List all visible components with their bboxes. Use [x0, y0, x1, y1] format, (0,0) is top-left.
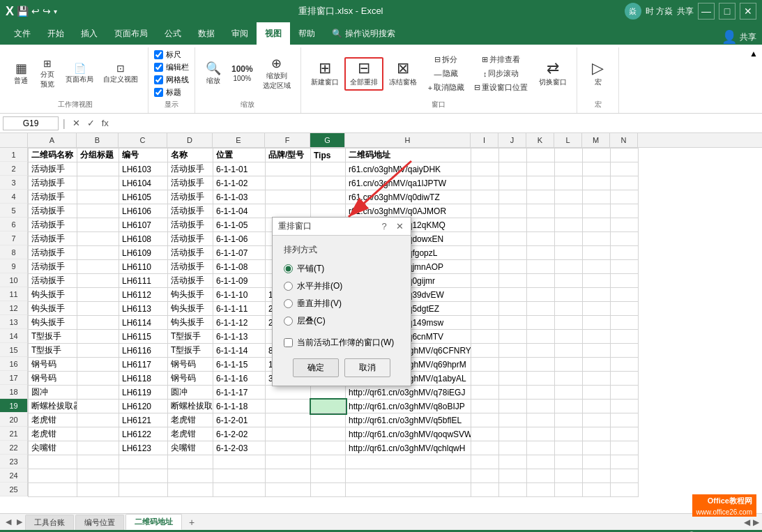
undo-icon[interactable]: ↩	[31, 6, 40, 17]
table-cell[interactable]: 活动扳手	[168, 232, 213, 246]
table-cell[interactable]: 6-1-1-09	[213, 274, 266, 288]
radio-vertical[interactable]: 垂直并排(V)	[284, 298, 399, 310]
table-cell[interactable]: r61.cn/o3ghMV/qa1lJPTW	[346, 176, 471, 190]
table-cell[interactable]	[471, 469, 499, 483]
table-cell[interactable]: LH6104	[119, 176, 168, 190]
table-cell[interactable]	[555, 372, 583, 386]
table-cell[interactable]	[311, 455, 346, 469]
table-cell[interactable]: LH6120	[119, 400, 168, 413]
table-cell[interactable]: 圆冲	[29, 386, 77, 400]
table-cell[interactable]	[499, 372, 527, 386]
cancel-formula-btn[interactable]: ✕	[70, 117, 83, 129]
table-cell[interactable]	[471, 302, 499, 316]
row-num-9[interactable]: 9	[0, 259, 28, 273]
side-by-side-button[interactable]: ⊞ 并排查看	[471, 54, 531, 66]
table-cell[interactable]	[583, 288, 611, 302]
table-cell[interactable]	[77, 162, 119, 176]
table-cell[interactable]	[611, 483, 639, 497]
table-cell[interactable]	[555, 413, 583, 427]
table-cell[interactable]	[583, 455, 611, 469]
col-header-k[interactable]: K	[526, 133, 554, 147]
table-cell[interactable]: LH6108	[119, 232, 168, 246]
table-cell[interactable]	[77, 176, 119, 190]
table-cell[interactable]	[583, 246, 611, 260]
col-header-n[interactable]: N	[610, 133, 638, 147]
table-cell[interactable]	[471, 427, 499, 441]
radio-cascade-input[interactable]	[284, 317, 293, 326]
table-cell[interactable]	[499, 469, 527, 483]
table-cell[interactable]	[555, 469, 583, 483]
table-cell[interactable]	[611, 302, 639, 316]
table-cell[interactable]: T型扳手	[29, 344, 77, 358]
table-cell[interactable]	[611, 246, 639, 260]
table-cell[interactable]	[583, 427, 611, 441]
tab-start[interactable]: 开始	[39, 22, 73, 45]
close-button[interactable]: ✕	[740, 3, 756, 20]
table-cell[interactable]	[266, 469, 311, 483]
table-cell[interactable]: 活动扳手	[29, 232, 77, 246]
table-cell[interactable]	[77, 386, 119, 400]
row-num-8[interactable]: 8	[0, 245, 28, 259]
table-cell[interactable]: 钢号码	[168, 358, 213, 372]
table-cell[interactable]: LH6106	[119, 204, 168, 218]
table-cell[interactable]	[583, 176, 611, 190]
row-num-11[interactable]: 11	[0, 287, 28, 301]
table-cell[interactable]	[311, 469, 346, 483]
table-cell[interactable]	[555, 260, 583, 274]
table-cell[interactable]	[527, 386, 555, 400]
table-cell[interactable]	[583, 483, 611, 497]
table-cell[interactable]	[583, 386, 611, 400]
freeze-panes-button[interactable]: ⊠ 冻结窗格	[385, 59, 421, 89]
table-cell[interactable]	[583, 190, 611, 204]
table-cell[interactable]	[527, 330, 555, 344]
table-cell[interactable]: 活动扳手	[29, 190, 77, 204]
table-cell[interactable]	[266, 386, 311, 400]
table-cell[interactable]: 活动扳手	[29, 176, 77, 190]
table-cell[interactable]	[611, 400, 639, 413]
table-cell[interactable]	[77, 232, 119, 246]
row-num-7[interactable]: 7	[0, 231, 28, 245]
table-cell[interactable]	[499, 232, 527, 246]
table-cell[interactable]	[527, 246, 555, 260]
table-cell[interactable]: 6-1-1-05	[213, 218, 266, 232]
table-cell[interactable]	[311, 427, 346, 441]
checkbox-headings[interactable]	[154, 88, 163, 97]
table-cell[interactable]	[77, 441, 119, 455]
row-num-13[interactable]: 13	[0, 315, 28, 329]
table-cell[interactable]	[499, 316, 527, 330]
table-cell[interactable]	[555, 218, 583, 232]
table-cell[interactable]	[555, 386, 583, 400]
table-cell[interactable]	[499, 413, 527, 427]
table-cell[interactable]	[77, 288, 119, 302]
row-num-20[interactable]: 20	[0, 413, 28, 427]
sheet-scroll-right[interactable]: ▶	[14, 516, 25, 528]
table-cell[interactable]	[611, 218, 639, 232]
table-cell[interactable]	[527, 288, 555, 302]
table-cell[interactable]	[611, 288, 639, 302]
table-cell[interactable]	[583, 149, 611, 162]
row-num-16[interactable]: 16	[0, 357, 28, 371]
table-cell[interactable]	[499, 330, 527, 344]
table-cell[interactable]: LH6103	[119, 162, 168, 176]
table-cell[interactable]	[77, 427, 119, 441]
row-num-12[interactable]: 12	[0, 301, 28, 315]
table-cell[interactable]: 断螺栓拔取器	[168, 400, 213, 413]
table-cell[interactable]	[77, 274, 119, 288]
table-cell[interactable]: 6-1-2-02	[213, 427, 266, 441]
table-cell[interactable]	[583, 358, 611, 372]
table-cell[interactable]	[583, 413, 611, 427]
dialog-close-button[interactable]: ✕	[394, 221, 405, 231]
row-num-1[interactable]: 1	[0, 148, 28, 162]
table-cell[interactable]	[611, 344, 639, 358]
table-cell[interactable]	[311, 386, 346, 400]
table-cell[interactable]: 6-1-2-01	[213, 413, 266, 427]
col-header-m[interactable]: M	[582, 133, 610, 147]
table-cell[interactable]: http://qr61.cn/o3ghMV/q78iEGJ	[346, 386, 471, 400]
table-cell[interactable]	[266, 483, 311, 497]
table-cell[interactable]: 钩头扳手	[168, 288, 213, 302]
share-ribbon-btn[interactable]: 共享	[740, 31, 756, 43]
tab-data[interactable]: 数据	[190, 22, 223, 45]
table-cell[interactable]	[555, 176, 583, 190]
table-cell[interactable]	[499, 246, 527, 260]
table-cell[interactable]	[471, 204, 499, 218]
